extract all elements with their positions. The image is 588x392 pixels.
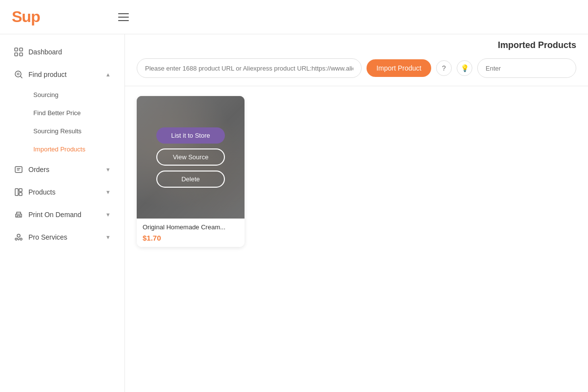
dashboard-icon bbox=[14, 47, 24, 57]
sidebar-item-imported-products[interactable]: Imported Products bbox=[28, 141, 121, 158]
product-price: $1.70 bbox=[143, 234, 239, 242]
svg-rect-8 bbox=[19, 189, 22, 192]
svg-point-10 bbox=[17, 234, 20, 237]
content-area: List it to Store View Source Delete Orig… bbox=[125, 86, 588, 392]
svg-point-5 bbox=[17, 73, 19, 75]
product-name: Original Homemade Cream... bbox=[143, 223, 239, 231]
sidebar-item-sourcing[interactable]: Sourcing bbox=[28, 86, 121, 103]
sidebar-item-print-label: Print On Demand bbox=[28, 211, 100, 219]
enter-input[interactable] bbox=[477, 58, 576, 78]
lightbulb-icon[interactable]: 💡 bbox=[457, 60, 472, 76]
header: Sup bbox=[0, 0, 588, 34]
chevron-down-icon-4: ▼ bbox=[105, 234, 111, 240]
sidebar-item-find-product[interactable]: Find product ▲ bbox=[4, 64, 121, 85]
products-icon bbox=[14, 187, 24, 197]
sidebar-item-products-label: Products bbox=[28, 188, 100, 196]
layout: Dashboard Find product ▲ Sourcing Find B… bbox=[0, 34, 588, 392]
import-product-button[interactable]: Import Product bbox=[367, 59, 431, 77]
help-icon[interactable]: ? bbox=[436, 60, 452, 76]
sidebar-item-sourcing-results[interactable]: Sourcing Results bbox=[28, 122, 121, 140]
sidebar-item-dashboard-label: Dashboard bbox=[28, 48, 111, 56]
sidebar-item-orders[interactable]: Orders ▼ bbox=[4, 159, 121, 180]
sidebar-item-pro-services[interactable]: Pro Services ▼ bbox=[4, 226, 121, 248]
chevron-down-icon: ▼ bbox=[105, 167, 111, 172]
product-image: List it to Store View Source Delete bbox=[137, 96, 245, 219]
svg-rect-3 bbox=[20, 53, 23, 56]
sidebar-item-orders-label: Orders bbox=[28, 166, 100, 173]
list-to-store-button[interactable]: List it to Store bbox=[156, 127, 225, 144]
print-icon bbox=[14, 210, 24, 220]
table-row: List it to Store View Source Delete Orig… bbox=[137, 96, 245, 247]
view-source-button[interactable]: View Source bbox=[156, 148, 225, 166]
svg-rect-0 bbox=[15, 48, 18, 51]
product-url-input[interactable] bbox=[137, 58, 362, 78]
sidebar-item-pro-label: Pro Services bbox=[28, 233, 100, 241]
main-content: Imported Products Import Product ? 💡 bbox=[125, 34, 588, 392]
chevron-up-icon: ▲ bbox=[105, 72, 111, 77]
svg-point-4 bbox=[15, 71, 21, 77]
logo[interactable]: Sup bbox=[12, 8, 40, 26]
svg-point-12 bbox=[20, 238, 22, 240]
chevron-down-icon-3: ▼ bbox=[105, 212, 111, 218]
sidebar-item-print-on-demand[interactable]: Print On Demand ▼ bbox=[4, 204, 121, 225]
svg-rect-2 bbox=[15, 53, 18, 56]
svg-point-11 bbox=[15, 238, 17, 240]
svg-rect-1 bbox=[20, 48, 23, 51]
svg-rect-9 bbox=[19, 193, 22, 196]
find-product-subitems: Sourcing Find Better Price Sourcing Resu… bbox=[0, 86, 124, 158]
sidebar-item-dashboard[interactable]: Dashboard bbox=[4, 41, 121, 63]
page-title: Imported Products bbox=[498, 40, 576, 50]
page-title-bar: Imported Products bbox=[125, 34, 588, 50]
sidebar-item-products[interactable]: Products ▼ bbox=[4, 181, 121, 203]
svg-rect-7 bbox=[15, 189, 18, 196]
product-info: Original Homemade Cream... $1.70 bbox=[137, 219, 245, 247]
sidebar-item-find-better-price[interactable]: Find Better Price bbox=[28, 104, 121, 122]
card-overlay: List it to Store View Source Delete bbox=[137, 96, 245, 219]
sidebar-item-find-product-label: Find product bbox=[28, 71, 100, 78]
delete-button[interactable]: Delete bbox=[156, 171, 225, 188]
top-bar: Import Product ? 💡 bbox=[125, 50, 588, 86]
orders-icon bbox=[14, 165, 24, 174]
product-grid: List it to Store View Source Delete Orig… bbox=[137, 96, 576, 247]
hamburger-icon[interactable] bbox=[118, 13, 129, 21]
sidebar: Dashboard Find product ▲ Sourcing Find B… bbox=[0, 34, 125, 392]
pro-icon bbox=[14, 232, 24, 242]
chevron-down-icon-2: ▼ bbox=[105, 189, 111, 195]
svg-rect-6 bbox=[15, 167, 22, 172]
find-product-icon bbox=[14, 70, 24, 79]
